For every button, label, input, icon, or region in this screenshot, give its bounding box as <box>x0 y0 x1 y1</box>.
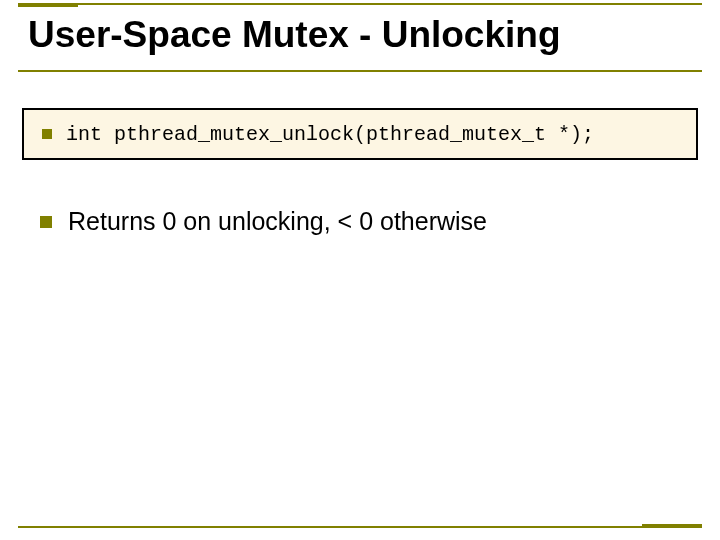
title-underline <box>18 70 702 72</box>
code-box: int pthread_mutex_unlock(pthread_mutex_t… <box>22 108 698 160</box>
body-text: Returns 0 on unlocking, < 0 otherwise <box>68 207 487 236</box>
square-bullet-icon <box>40 216 52 228</box>
slide-title: User-Space Mutex - Unlocking <box>28 14 700 56</box>
code-text: int pthread_mutex_unlock(pthread_mutex_t… <box>66 123 594 146</box>
body-bullet-row: Returns 0 on unlocking, < 0 otherwise <box>40 207 700 236</box>
top-decorative-line <box>18 3 702 5</box>
bottom-decorative-line <box>18 526 702 528</box>
top-decorative-line-thick <box>18 3 78 7</box>
slide: User-Space Mutex - Unlocking int pthread… <box>0 0 720 540</box>
bottom-decorative-line-thick <box>642 524 702 528</box>
square-bullet-icon <box>42 129 52 139</box>
